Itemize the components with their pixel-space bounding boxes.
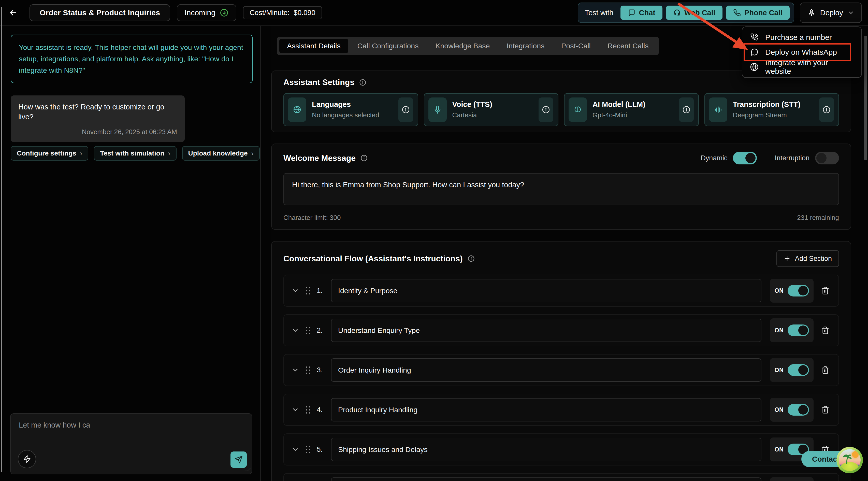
languages-card[interactable]: Languages No languages selected xyxy=(283,93,418,126)
info-button[interactable] xyxy=(538,97,553,122)
menu-item-label: Deploy on WhatsApp xyxy=(765,48,837,57)
tab-recent-calls[interactable]: Recent Calls xyxy=(600,39,656,53)
island-badge[interactable] xyxy=(836,447,863,473)
character-limit-label: Character limit: 300 xyxy=(283,214,341,222)
chevron-right-icon: › xyxy=(251,149,254,157)
welcome-message-textarea[interactable]: Hi there, this is Emma from Shop Support… xyxy=(283,173,839,205)
back-button[interactable] xyxy=(6,6,20,20)
card-subtitle: No languages selected xyxy=(312,111,379,119)
settings-cards-row: Languages No languages selected Voice (T… xyxy=(283,93,839,126)
quick-action-label: Upload knowledge xyxy=(188,149,248,157)
info-button[interactable] xyxy=(398,97,413,122)
drag-handle-icon[interactable] xyxy=(306,446,310,453)
phone-call-button[interactable]: Phone Call xyxy=(726,6,789,20)
drag-handle-icon[interactable] xyxy=(306,327,310,334)
section-title-input[interactable]: Order Inquiry Handling xyxy=(331,358,762,382)
tab-post-call[interactable]: Post-Call xyxy=(554,39,598,53)
section-title-text: Order Inquiry Handling xyxy=(338,366,411,374)
page-scrollbar-thumb[interactable] xyxy=(864,36,867,160)
welcome-toggles: Dynamic Interruption xyxy=(701,152,839,164)
expand-chevron-icon[interactable] xyxy=(291,366,299,374)
plus-icon xyxy=(783,255,790,262)
island-illustration xyxy=(839,449,861,471)
tab-integrations[interactable]: Integrations xyxy=(499,39,552,53)
expand-chevron-icon[interactable] xyxy=(291,406,299,414)
resize-handle[interactable] xyxy=(244,468,251,471)
section-title-input[interactable]: Shipping Issues and Delays xyxy=(331,438,762,461)
info-icon[interactable] xyxy=(360,154,368,162)
quick-prompts-button[interactable] xyxy=(18,450,36,468)
call-direction-select[interactable]: Incoming xyxy=(177,4,236,21)
window-scrollbar[interactable] xyxy=(1,7,2,472)
assistant-title[interactable]: Order Status & Product Inquiries xyxy=(30,4,170,21)
interruption-toggle[interactable] xyxy=(815,152,839,164)
call-direction-label: Incoming xyxy=(184,8,215,17)
menu-item-label: Integrate with your website xyxy=(765,58,854,76)
section-title-input[interactable] xyxy=(331,477,762,481)
info-icon[interactable] xyxy=(467,255,475,262)
drag-handle-icon[interactable] xyxy=(306,366,310,374)
expand-chevron-icon[interactable] xyxy=(291,327,299,334)
section-toggle[interactable] xyxy=(787,404,809,416)
info-button[interactable] xyxy=(819,97,834,122)
tab-assistant-details[interactable]: Assistant Details xyxy=(279,39,348,53)
drag-handle-icon[interactable] xyxy=(306,287,310,295)
dynamic-toggle[interactable] xyxy=(733,152,757,164)
section-title-input[interactable]: Understand Enquiry Type xyxy=(331,319,762,342)
test-with-simulation-button[interactable]: Test with simulation› xyxy=(94,146,176,160)
headset-icon xyxy=(673,9,681,17)
section-title-input[interactable]: Identity & Purpose xyxy=(331,279,762,302)
section-number: 5. xyxy=(317,445,328,453)
chevron-right-icon: › xyxy=(168,149,170,157)
section-toggle[interactable] xyxy=(787,285,809,297)
upload-knowledge-button[interactable]: Upload knowledge› xyxy=(182,146,260,160)
card-title: Languages xyxy=(312,100,379,109)
section-title-text: Understand Enquiry Type xyxy=(338,326,420,335)
web-call-button[interactable]: Web Call xyxy=(666,6,722,20)
tab-knowledge-base[interactable]: Knowledge Base xyxy=(428,39,497,53)
section-toggle[interactable] xyxy=(787,364,809,376)
expand-chevron-icon[interactable] xyxy=(291,287,299,295)
welcome-message-title-row: Welcome Message xyxy=(283,153,368,163)
add-section-button[interactable]: Add Section xyxy=(776,250,839,267)
chat-input[interactable]: Let me know how I ca xyxy=(10,413,252,474)
conversational-flow-title: Conversational Flow (Assistant's Instruc… xyxy=(283,254,463,263)
menu-item-label: Purchase a number xyxy=(765,33,832,42)
conversational-flow-header: Conversational Flow (Assistant's Instruc… xyxy=(283,250,839,267)
flow-sections-list: 1. Identity & Purpose ON 2. Understand E… xyxy=(283,275,839,481)
welcome-message-header: Welcome Message Dynamic Interruption xyxy=(283,152,839,164)
send-message-button[interactable] xyxy=(230,451,247,468)
delete-section-button[interactable] xyxy=(821,406,829,414)
on-label: ON xyxy=(775,446,784,453)
cost-per-minute: Cost/Minute: $0.090 xyxy=(243,6,322,19)
section-toggle[interactable] xyxy=(787,325,809,336)
chat-test-button[interactable]: Chat xyxy=(620,6,662,20)
info-button[interactable] xyxy=(679,97,694,122)
delete-section-button[interactable] xyxy=(821,326,829,334)
voice-tts-card[interactable]: Voice (TTS) Cartesia xyxy=(424,93,559,126)
menu-item-deploy-whatsapp[interactable]: Deploy on WhatsApp xyxy=(742,45,861,60)
info-icon[interactable] xyxy=(359,79,367,86)
on-label: ON xyxy=(775,407,784,413)
section-enabled-control: ON xyxy=(770,319,814,342)
web-call-button-label: Web Call xyxy=(684,9,715,17)
welcome-message-footer: Character limit: 300 231 remaining xyxy=(283,214,839,222)
deploy-button[interactable]: Deploy xyxy=(800,3,862,23)
delete-section-button[interactable] xyxy=(821,366,829,374)
on-label: ON xyxy=(775,287,784,294)
menu-item-integrate-website[interactable]: Integrate with your website xyxy=(742,60,861,74)
configure-settings-button[interactable]: Configure settings› xyxy=(11,146,88,160)
tab-call-configurations[interactable]: Call Configurations xyxy=(350,39,426,53)
main-content: Assistant Details Call Configurations Kn… xyxy=(271,26,868,481)
ai-model-llm-card[interactable]: AI Model (LLM) Gpt-4o-Mini xyxy=(564,93,699,126)
characters-remaining-label: 231 remaining xyxy=(797,214,839,222)
section-number: 4. xyxy=(317,406,328,414)
section-title-input[interactable]: Product Inquiry Handling xyxy=(331,398,762,421)
dynamic-toggle-label: Dynamic xyxy=(701,154,727,162)
delete-section-button[interactable] xyxy=(821,287,829,295)
expand-chevron-icon[interactable] xyxy=(291,446,299,453)
section-enabled-control: ON xyxy=(770,279,814,303)
transcription-stt-card[interactable]: Transcription (STT) Deepgram Stream xyxy=(705,93,839,126)
drag-handle-icon[interactable] xyxy=(306,406,310,414)
menu-item-purchase-number[interactable]: Purchase a number xyxy=(742,30,861,45)
